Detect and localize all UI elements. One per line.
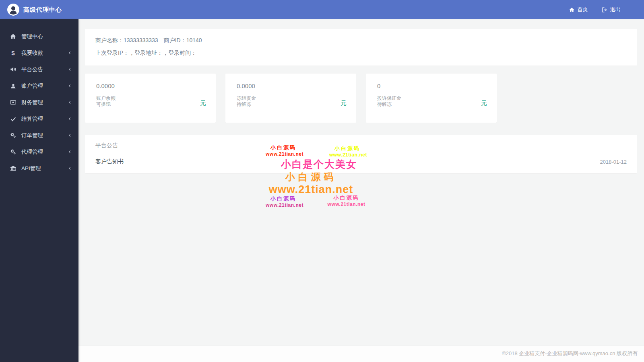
- top-nav: 首页 退出: [569, 6, 621, 13]
- cogs-icon: [10, 132, 17, 138]
- stat-unit: 元: [200, 99, 206, 107]
- sidebar-item-label: 平台公告: [21, 66, 43, 73]
- sidebar-item-platform-announcements[interactable]: 平台公告: [0, 61, 78, 78]
- announcement-date: 2018-01-12: [600, 159, 627, 165]
- chevron-left-icon: [68, 117, 72, 121]
- footer: ©2018 企业猫支付-企业猫源码网-www.qymao.cn 版权所有: [78, 345, 644, 362]
- stat-title: 账户余额: [96, 95, 208, 101]
- home-icon: [569, 7, 574, 12]
- copyright-text: ©2018 企业猫支付-企业猫源码网-www.qymao.cn 版权所有: [502, 350, 638, 356]
- chevron-left-icon: [68, 51, 72, 55]
- sidebar-item-label: 账户管理: [21, 82, 43, 90]
- chevron-left-icon: [68, 150, 72, 154]
- main-area: 商户名称：13333333333商户ID：10140 上次登录IP：，登录地址：…: [78, 19, 644, 362]
- check-icon: [10, 116, 17, 122]
- sidebar-item-label: 代理管理: [21, 148, 43, 156]
- nav-home[interactable]: 首页: [569, 6, 588, 13]
- sidebar-item-label: 结算管理: [21, 115, 43, 123]
- stat-title: 投诉保证金: [377, 95, 489, 101]
- sidebar: 管理中心 $ 我要收款 平台公告 账户管理: [0, 19, 78, 362]
- logo-avatar-icon: [7, 4, 19, 16]
- stat-value: 0.0000: [96, 82, 208, 89]
- bullhorn-icon: [10, 66, 17, 72]
- sidebar-item-admin-center[interactable]: 管理中心: [0, 28, 78, 45]
- brand: 高级代理中心: [7, 4, 62, 16]
- money-icon: [10, 99, 17, 105]
- stat-title: 冻结资金: [237, 95, 348, 101]
- merchant-id-value: 10140: [186, 37, 202, 43]
- merchant-id-label: 商户ID：: [164, 37, 186, 43]
- stat-subtitle: 可提现: [96, 101, 208, 107]
- announcements-title: 平台公告: [95, 142, 627, 149]
- home-icon: [10, 33, 17, 39]
- announcements-panel: 平台公告 客户告知书 2018-01-12: [85, 135, 637, 173]
- sidebar-item-label: 管理中心: [21, 33, 43, 40]
- sidebar-item-settlement-management[interactable]: 结算管理: [0, 111, 78, 127]
- sidebar-item-api-management[interactable]: API管理: [0, 160, 78, 177]
- sidebar-item-label: 订单管理: [21, 132, 43, 139]
- chevron-left-icon: [68, 133, 72, 138]
- chevron-left-icon: [68, 100, 72, 105]
- top-header: 高级代理中心 首页 退出: [0, 0, 644, 19]
- sidebar-item-account-management[interactable]: 账户管理: [0, 78, 78, 94]
- merchant-name-value: 13333333333: [124, 37, 158, 43]
- user-icon: [10, 83, 17, 89]
- announcement-row: 客户告知书 2018-01-12: [95, 158, 627, 165]
- stat-unit: 元: [341, 99, 347, 107]
- sidebar-item-collect-payment[interactable]: $ 我要收款: [0, 45, 78, 61]
- nav-logout[interactable]: 退出: [602, 6, 621, 13]
- nav-home-label: 首页: [577, 6, 588, 13]
- bank-icon: [10, 165, 17, 171]
- announcement-link[interactable]: 客户告知书: [95, 158, 124, 165]
- stat-value: 0.0000: [237, 82, 348, 89]
- chevron-left-icon: [68, 67, 72, 72]
- stat-unit: 元: [481, 99, 487, 107]
- sidebar-menu: 管理中心 $ 我要收款 平台公告 账户管理: [0, 19, 78, 177]
- cogs-icon: [10, 149, 17, 155]
- sidebar-item-finance-management[interactable]: 财务管理: [0, 94, 78, 111]
- merchant-name-label: 商户名称：: [95, 37, 124, 43]
- app: 高级代理中心 首页 退出 管理中心 $ 我要收款: [0, 0, 644, 362]
- dollar-icon: $: [10, 49, 17, 56]
- chevron-left-icon: [68, 166, 72, 171]
- sidebar-item-agent-management[interactable]: 代理管理: [0, 144, 78, 160]
- chevron-left-icon: [68, 84, 72, 88]
- merchant-line: 商户名称：13333333333商户ID：10140: [95, 37, 627, 44]
- brand-title: 高级代理中心: [23, 6, 62, 14]
- sidebar-item-label: 财务管理: [21, 99, 43, 106]
- content: 商户名称：13333333333商户ID：10140 上次登录IP：，登录地址：…: [78, 19, 644, 345]
- last-login-line: 上次登录IP：，登录地址：，登录时间：: [95, 49, 627, 57]
- stat-card-complaint-deposit: 0 投诉保证金 待解冻 元: [366, 74, 497, 123]
- stats-row: 0.0000 账户余额 可提现 元 0.0000 冻结资金 待解冻 元 0 投诉…: [85, 74, 637, 123]
- logout-icon: [602, 7, 607, 12]
- merchant-info-panel: 商户名称：13333333333商户ID：10140 上次登录IP：，登录地址：…: [85, 29, 637, 66]
- stat-card-balance: 0.0000 账户余额 可提现 元: [85, 74, 216, 123]
- sidebar-item-label: API管理: [21, 165, 41, 172]
- nav-logout-label: 退出: [610, 6, 621, 13]
- sidebar-item-label: 我要收款: [21, 49, 43, 57]
- sidebar-item-order-management[interactable]: 订单管理: [0, 127, 78, 144]
- stat-subtitle: 待解冻: [377, 101, 489, 107]
- stat-value: 0: [377, 82, 489, 89]
- stat-card-frozen-funds: 0.0000 冻结资金 待解冻 元: [225, 74, 356, 123]
- stat-subtitle: 待解冻: [237, 101, 348, 107]
